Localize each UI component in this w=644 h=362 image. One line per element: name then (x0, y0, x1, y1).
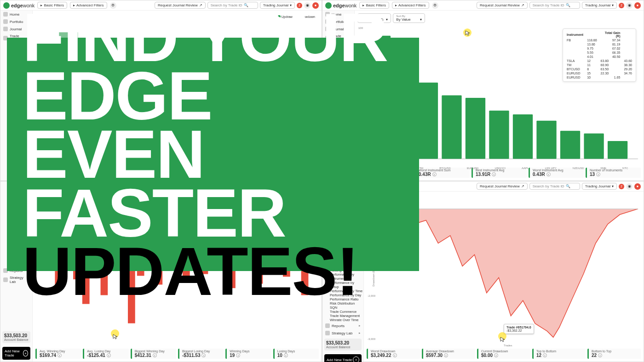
info-icon[interactable]: i (153, 353, 157, 357)
alert-icon[interactable]: ● (634, 183, 641, 190)
stat-card: Losing Days10 i (273, 349, 319, 359)
plus-icon: + (23, 350, 28, 356)
instrument-table-tooltip: InstrumentTotal Gain (R)FB118.8097.3413.… (563, 28, 636, 82)
add-new-trade-button[interactable]: Add New Trade+ (2, 347, 30, 360)
promo-banner: FIND YOUR EDGE EVEN FASTER UPDATES! (7, 38, 419, 271)
svg-rect-6 (466, 98, 485, 159)
chevron-right-icon: ▸ (359, 331, 361, 335)
journal-select[interactable]: Trading Journal ▾ (582, 2, 617, 9)
user-icon[interactable]: ◉ (626, 183, 632, 190)
info-icon[interactable]: i (492, 172, 496, 176)
svg-rect-12 (608, 141, 627, 159)
info-icon[interactable]: i (236, 353, 240, 357)
svg-rect-10 (560, 131, 580, 159)
settings-icon[interactable]: ⚙ (432, 2, 438, 9)
info-icon[interactable]: i (201, 353, 206, 357)
account-balance-card: $33,503.20 Account Balance (324, 339, 362, 351)
info-icon[interactable]: i (494, 353, 498, 357)
request-review-link[interactable]: Request Journal Review ↗ (477, 183, 528, 190)
request-review-link[interactable]: Request Journal Review ↗ (477, 2, 528, 9)
sidebar-item-reports[interactable]: Reports▸ (322, 322, 363, 329)
info-icon[interactable]: i (546, 172, 551, 176)
svg-rect-9 (536, 121, 556, 159)
banner-line-1: FIND YOUR EDGE (23, 8, 403, 125)
sidebar-sub-trade-commerce[interactable]: Trade Commerce (322, 310, 363, 314)
stat-card: Biggest Winning Day$412.31 i (131, 349, 176, 359)
banner-line-3: UPDATES! (23, 242, 403, 300)
account-balance-card: $33,503.20 Account Balance (2, 331, 30, 343)
info-icon[interactable]: i (107, 353, 111, 357)
stat-card: Average Drawdown$597.30 i (422, 349, 475, 359)
chevron-down-icon: ▾ (420, 17, 422, 22)
strategy-icon (3, 277, 8, 282)
stat-card: Avg. Winning Day$169.74 i (35, 349, 81, 359)
cursor-icon (113, 334, 118, 339)
journal-select[interactable]: Trading Journal ▾ (582, 183, 617, 190)
logo-icon (3, 2, 10, 9)
add-new-trade-button[interactable]: Add New Trade+ (324, 354, 362, 362)
info-icon[interactable]: i (432, 172, 437, 176)
svg-rect-7 (489, 111, 509, 159)
svg-rect-8 (513, 114, 533, 159)
svg-rect-4 (418, 83, 438, 159)
search-input[interactable]: Search by Trade ID 🔍 (529, 183, 580, 190)
x-axis-label: Trades (504, 344, 512, 347)
svg-rect-5 (442, 96, 461, 159)
cursor-icon (500, 337, 506, 342)
notification-badge[interactable]: 2 (619, 184, 624, 189)
reports-icon (325, 323, 330, 328)
home-icon (3, 12, 8, 17)
stat-card: Bottom to Top22 i (587, 349, 641, 359)
sidebar-sub-winrate-over-time[interactable]: Winrate Over Time (322, 318, 363, 322)
stat-card: Top to Bottom12 i (532, 349, 586, 359)
chevron-right-icon: ▸ (359, 324, 361, 328)
portfolio-icon (3, 19, 8, 24)
sidebar-item-strategy-lab[interactable]: Strategy Lab▸ (322, 329, 363, 337)
search-input[interactable]: Search by Trade ID 🔍 (529, 2, 580, 9)
user-icon[interactable]: ◉ (626, 2, 632, 9)
info-icon[interactable]: i (543, 353, 547, 357)
stat-card: Winning Days19 i (225, 349, 271, 359)
info-icon[interactable]: i (598, 353, 602, 357)
drawdown-tooltip: Trade #651794.0-$3,362.22 (504, 324, 534, 334)
cursor-icon (465, 30, 471, 36)
info-icon[interactable]: i (284, 353, 288, 357)
svg-rect-11 (584, 133, 604, 158)
banner-line-2: EVEN FASTER (23, 125, 403, 242)
stat-card: Worst Drawdown$3,249.22 i (367, 349, 420, 359)
info-icon[interactable]: i (596, 172, 600, 176)
info-icon[interactable]: i (393, 353, 397, 357)
plus-icon: + (353, 356, 359, 362)
advanced-filters-button[interactable]: ▸ Advanced Filters (392, 2, 429, 9)
info-icon[interactable]: i (58, 353, 62, 357)
strategy-icon (325, 331, 330, 335)
stat-card: Avg. Losing Day-$125.41 i (83, 349, 128, 359)
sidebar-sub-trade-management[interactable]: Trade Management (322, 314, 363, 318)
stat-card: Current Drawdown$0.00 i (477, 349, 530, 359)
notification-badge[interactable]: 2 (619, 3, 624, 8)
stat-card: Biggest Losing Day-$311.53 i (178, 349, 224, 359)
alert-icon[interactable]: ● (634, 2, 641, 9)
journal-icon (3, 27, 8, 31)
info-icon[interactable]: i (444, 353, 448, 357)
